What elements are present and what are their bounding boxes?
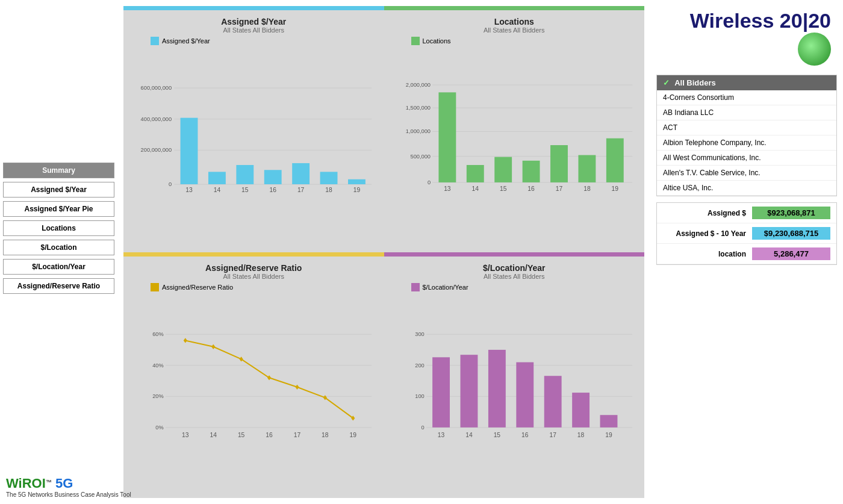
svg-rect-32: [438, 92, 456, 182]
svg-text:14: 14: [471, 185, 479, 192]
bar-chart-locations: 2,000,000 1,500,000 1,000,000 500,000 0: [390, 48, 639, 232]
bidder-item[interactable]: ACT: [657, 120, 836, 135]
chart-top-bar-purple: [384, 252, 645, 257]
logo-circle: [798, 33, 831, 66]
svg-rect-80: [544, 376, 561, 428]
svg-text:19: 19: [605, 432, 612, 438]
svg-rect-82: [600, 415, 617, 428]
svg-text:19: 19: [350, 432, 357, 438]
trademark-icon: ™: [46, 479, 52, 485]
sidebar-btn-summary[interactable]: Summary: [3, 163, 114, 178]
svg-text:13: 13: [185, 187, 193, 193]
sidebar-btn-assigned-year-pie[interactable]: Assigned $/Year Pie: [3, 201, 114, 217]
sidebar-btn-assigned-year[interactable]: Assigned $/Year: [3, 182, 114, 198]
bidder-item[interactable]: Altice USA, Inc.: [657, 181, 836, 196]
chart-area-reserve: 60% 40% 20% 0%: [129, 294, 378, 478]
bidder-item[interactable]: 4-Corners Consortium: [657, 90, 836, 105]
svg-rect-33: [466, 165, 484, 182]
sidebar-btn-dollar-location[interactable]: $/Location: [3, 240, 114, 255]
chart-title-reserve: Assigned/Reserve Ratio: [129, 263, 378, 273]
svg-text:17: 17: [549, 432, 556, 438]
svg-text:15: 15: [493, 432, 500, 438]
sidebar-btn-assigned-reserve[interactable]: Assigned/Reserve Ratio: [3, 278, 114, 294]
svg-rect-13: [320, 172, 338, 184]
svg-text:18: 18: [577, 432, 584, 438]
svg-text:17: 17: [297, 187, 305, 193]
svg-rect-37: [578, 155, 596, 182]
bar-chart-assigned-year: 600,000,000 400,000,000 200,000,000 0: [129, 48, 378, 232]
chart-title-dollar-location: $/Location/Year: [390, 263, 639, 273]
svg-text:13: 13: [182, 432, 189, 438]
svg-rect-34: [494, 157, 512, 182]
svg-marker-58: [295, 384, 299, 389]
svg-marker-57: [267, 375, 271, 380]
svg-text:17: 17: [555, 185, 562, 192]
chart-legend-reserve: Assigned/Reserve Ratio: [151, 283, 378, 291]
svg-text:15: 15: [499, 185, 506, 192]
svg-marker-59: [323, 395, 327, 400]
chart-title-assigned-year: Assigned $/Year: [129, 17, 378, 26]
svg-marker-54: [184, 338, 187, 343]
svg-rect-10: [236, 165, 254, 184]
svg-rect-36: [550, 145, 568, 182]
svg-text:15: 15: [241, 187, 249, 193]
bar-chart-dollar-location: 300 200 100 0 13 1: [390, 294, 639, 478]
svg-text:2,000,000: 2,000,000: [405, 82, 430, 88]
svg-rect-8: [181, 118, 198, 184]
svg-rect-81: [572, 393, 589, 428]
legend-label-reserve: Assigned/Reserve Ratio: [162, 284, 233, 291]
tagline: The 5G Networks Business Case Analysis T…: [6, 491, 131, 498]
legend-color-box: [151, 37, 159, 45]
svg-text:40%: 40%: [152, 362, 164, 368]
chart-assigned-year: Assigned $/Year All States All Bidders A…: [123, 6, 384, 252]
stats-panel: Assigned $ $923,068,871 Assigned $ - 10 …: [656, 202, 837, 265]
chart-locations: Locations All States All Bidders Locatio…: [384, 6, 645, 252]
svg-text:20%: 20%: [152, 393, 164, 399]
chart-reserve-ratio: Assigned/Reserve Ratio All States All Bi…: [123, 252, 384, 499]
svg-rect-14: [348, 179, 366, 184]
svg-text:14: 14: [465, 432, 473, 438]
svg-text:60%: 60%: [152, 331, 164, 337]
svg-text:100: 100: [415, 393, 424, 399]
chart-area-dollar-location: 300 200 100 0 13 1: [390, 294, 639, 478]
stat-label-location: location: [663, 250, 752, 258]
bidder-item[interactable]: AB Indiana LLC: [657, 105, 836, 120]
stat-row-location: location 5,286,477: [657, 244, 836, 264]
chart-top-bar-locations: [384, 6, 645, 10]
stat-value-location: 5,286,477: [752, 247, 830, 260]
svg-text:17: 17: [294, 432, 301, 438]
bidder-item[interactable]: Allen's T.V. Cable Service, Inc.: [657, 166, 836, 181]
svg-rect-77: [460, 355, 477, 428]
chart-top-bar: [123, 6, 384, 10]
sidebar-btn-locations[interactable]: Locations: [3, 220, 114, 236]
svg-rect-79: [516, 362, 533, 427]
svg-text:200: 200: [415, 362, 424, 368]
svg-text:0%: 0%: [155, 424, 163, 430]
svg-marker-56: [240, 356, 243, 361]
logo-text: Wireless 20: [690, 9, 803, 32]
svg-text:19: 19: [611, 185, 618, 192]
svg-rect-12: [292, 163, 310, 184]
svg-text:16: 16: [521, 432, 529, 438]
stat-row-10year: Assigned $ - 10 Year $9,230,688,715: [657, 223, 836, 244]
svg-text:500,000: 500,000: [410, 154, 431, 160]
bidders-panel: ✓ All Bidders 4-Corners Consortium AB In…: [656, 75, 837, 196]
chart-subtitle-dollar-location: All States All Bidders: [390, 273, 639, 280]
svg-text:0: 0: [169, 181, 172, 187]
svg-text:200,000,000: 200,000,000: [141, 147, 172, 153]
sidebar-btn-dollar-location-year[interactable]: $/Location/Year: [3, 259, 114, 275]
stat-label-10year: Assigned $ - 10 Year: [663, 229, 752, 238]
chart-subtitle-assigned-year: All States All Bidders: [129, 26, 378, 34]
svg-text:400,000,000: 400,000,000: [141, 116, 172, 122]
svg-rect-35: [522, 161, 540, 182]
svg-text:18: 18: [322, 432, 329, 438]
svg-text:0: 0: [427, 179, 430, 185]
stat-value-10year: $9,230,688,715: [752, 227, 830, 240]
legend-color-box-gold: [151, 283, 159, 291]
stat-label-assigned: Assigned $: [663, 209, 752, 217]
svg-text:600,000,000: 600,000,000: [141, 85, 172, 91]
svg-rect-78: [488, 349, 505, 427]
bidder-item[interactable]: Albion Telephone Company, Inc.: [657, 135, 836, 151]
bottom-logo: WiROI™ 5G The 5G Networks Business Case …: [6, 476, 131, 498]
bidder-item[interactable]: All West Communications, Inc.: [657, 151, 836, 166]
